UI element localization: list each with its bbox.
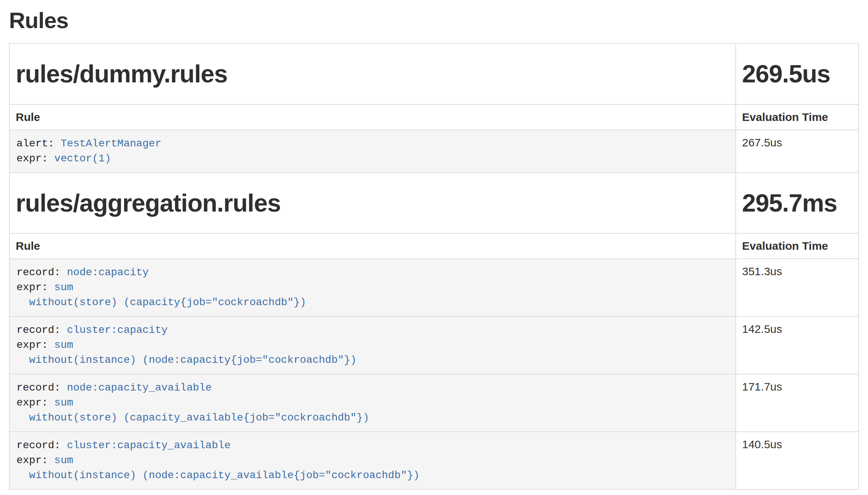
rule-cell: alert: TestAlertManagerexpr: vector(1) <box>9 130 736 173</box>
expr-link[interactable]: sum <box>54 397 73 409</box>
rule-name-link[interactable]: node:capacity <box>67 267 148 278</box>
rule-row: alert: TestAlertManagerexpr: vector(1)26… <box>9 130 859 173</box>
rule-name-link[interactable]: cluster:capacity <box>67 324 168 336</box>
code-keyword: expr: <box>16 282 54 293</box>
rule-eval-time: 267.5us <box>736 130 859 173</box>
code-keyword: record: <box>16 382 67 394</box>
rule-group-file: rules/aggregation.rules <box>16 189 729 217</box>
column-header-evaluation-time: Evaluation Time <box>736 233 859 259</box>
rule-group-eval-time: 269.5us <box>742 60 852 88</box>
expr-link[interactable]: sum <box>54 282 73 293</box>
rules-page: Rules rules/dummy.rules269.5usRuleEvalua… <box>0 7 868 490</box>
rule-row: record: cluster:capacityexpr: sum withou… <box>9 316 859 374</box>
code-line: record: node:capacity <box>16 265 729 280</box>
rule-eval-time: 140.5us <box>736 432 859 489</box>
code-line: record: node:capacity_available <box>16 380 729 395</box>
code-line: without(store) (capacity{job="cockroachd… <box>16 295 729 310</box>
code-line: expr: sum <box>16 453 729 468</box>
code-line: without(store) (capacity_available{job="… <box>16 410 729 425</box>
rule-name-link[interactable]: TestAlertManager <box>61 138 162 149</box>
expr-link[interactable]: vector(1) <box>54 153 111 164</box>
rule-cell: record: cluster:capacity_availableexpr: … <box>9 432 736 489</box>
rule-cell: record: node:capacity_availableexpr: sum… <box>9 374 736 432</box>
column-header-rule: Rule <box>9 104 736 130</box>
expr-link[interactable]: without(instance) (node:capacity{job="co… <box>16 354 356 366</box>
rule-group-eval-time-cell: 295.7ms <box>736 173 859 234</box>
rule-name-link[interactable]: node:capacity_available <box>67 382 211 394</box>
code-keyword: expr: <box>16 339 54 351</box>
rule-group-file-cell: rules/dummy.rules <box>9 43 736 104</box>
rule-group-eval-time: 295.7ms <box>742 189 852 217</box>
code-keyword: expr: <box>16 153 54 164</box>
code-keyword: record: <box>16 267 67 278</box>
rule-cell: record: node:capacityexpr: sum without(s… <box>9 259 736 316</box>
code-line: without(instance) (node:capacity_availab… <box>16 468 729 483</box>
rule-code: record: cluster:capacityexpr: sum withou… <box>10 317 735 374</box>
rule-name-link[interactable]: cluster:capacity_available <box>67 440 230 451</box>
rule-eval-time: 142.5us <box>736 316 859 374</box>
rules-table: rules/dummy.rules269.5usRuleEvaluation T… <box>9 43 859 490</box>
column-header-evaluation-time: Evaluation Time <box>736 104 859 130</box>
expr-link[interactable]: without(store) (capacity{job="cockroachd… <box>16 297 306 308</box>
rule-row: record: node:capacityexpr: sum without(s… <box>9 259 859 316</box>
code-keyword: record: <box>16 440 67 451</box>
rule-code: record: node:capacityexpr: sum without(s… <box>10 259 735 316</box>
expr-link[interactable]: without(instance) (node:capacity_availab… <box>16 470 419 481</box>
rule-code: record: node:capacity_availableexpr: sum… <box>10 374 735 431</box>
rule-row: record: node:capacity_availableexpr: sum… <box>9 374 859 432</box>
code-keyword: alert: <box>16 138 61 149</box>
rule-group-header-row: rules/dummy.rules269.5us <box>9 43 859 104</box>
code-keyword: record: <box>16 324 67 336</box>
rule-cell: record: cluster:capacityexpr: sum withou… <box>9 316 736 374</box>
rule-eval-time: 351.3us <box>736 259 859 316</box>
rule-code: record: cluster:capacity_availableexpr: … <box>10 432 735 489</box>
code-line: record: cluster:capacity_available <box>16 438 729 453</box>
rule-eval-time: 171.7us <box>736 374 859 432</box>
rule-group-header-row: rules/aggregation.rules295.7ms <box>9 173 859 234</box>
rule-group-eval-time-cell: 269.5us <box>736 43 859 104</box>
expr-link[interactable]: sum <box>54 455 73 466</box>
code-keyword: expr: <box>16 397 54 409</box>
code-line: alert: TestAlertManager <box>16 136 729 151</box>
code-keyword: expr: <box>16 455 54 466</box>
code-line: without(instance) (node:capacity{job="co… <box>16 353 729 368</box>
expr-link[interactable]: sum <box>54 339 73 351</box>
rule-code: alert: TestAlertManagerexpr: vector(1) <box>10 130 735 172</box>
column-header-row: RuleEvaluation Time <box>9 233 859 259</box>
code-line: record: cluster:capacity <box>16 323 729 338</box>
column-header-rule: Rule <box>9 233 736 259</box>
expr-link[interactable]: without(store) (capacity_available{job="… <box>16 412 369 423</box>
code-line: expr: sum <box>16 280 729 295</box>
rule-row: record: cluster:capacity_availableexpr: … <box>9 432 859 489</box>
column-header-row: RuleEvaluation Time <box>9 104 859 130</box>
rule-group-file: rules/dummy.rules <box>16 60 729 88</box>
rule-group-file-cell: rules/aggregation.rules <box>9 173 736 234</box>
code-line: expr: sum <box>16 338 729 353</box>
code-line: expr: vector(1) <box>16 151 729 166</box>
page-title: Rules <box>9 7 859 33</box>
code-line: expr: sum <box>16 395 729 410</box>
